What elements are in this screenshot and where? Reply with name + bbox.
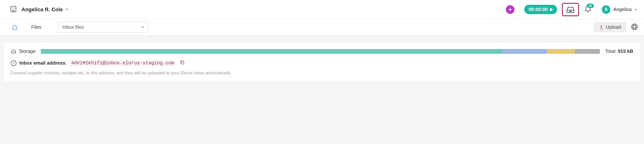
sub-bar: Files Inbox files Upload [0, 19, 644, 35]
folder-select-wrap: Inbox files [58, 22, 148, 33]
folder-select-value: Inbox files [62, 24, 84, 30]
svg-point-10 [570, 11, 571, 12]
storage-card: Storage Total: 915 kB ? Inbox email addr… [3, 43, 641, 82]
svg-point-11 [571, 11, 572, 12]
caret-down-icon [66, 9, 68, 10]
folder-select[interactable]: Inbox files [58, 22, 148, 33]
storage-heading: Storage [11, 49, 36, 54]
notifications-button[interactable]: 15 [584, 5, 592, 14]
inbox-email-value: 4dViMIKhifz@inbox.elorus-staging.com [70, 60, 176, 66]
subbar-actions: Upload [594, 22, 638, 32]
timer-button[interactable]: 00:00:00 [524, 5, 557, 14]
storage-nav-button[interactable] [562, 3, 579, 16]
total-value: 915 kB [618, 49, 634, 54]
caret-down-icon [634, 9, 637, 10]
storage-label-text: Storage [19, 49, 36, 54]
upload-label: Upload [606, 24, 621, 30]
home-crumb[interactable] [7, 19, 23, 35]
total-label: Total: [605, 49, 616, 54]
divider [597, 0, 597, 19]
user-menu[interactable]: A Angelica [602, 5, 637, 14]
svg-point-9 [570, 11, 570, 12]
storage-segment [41, 49, 502, 54]
storage-segment [547, 49, 575, 54]
inbox-email-row: ? Inbox email address: 4dViMIKhifz@inbox… [11, 60, 633, 66]
upload-button[interactable]: Upload [594, 22, 626, 32]
svg-point-12 [632, 24, 637, 30]
help-icon[interactable]: ? [11, 60, 16, 66]
user-name-label: Angelica [613, 7, 632, 12]
storage-segment [575, 49, 600, 54]
building-icon [10, 5, 17, 14]
storage-bar [41, 49, 600, 54]
storage-total: Total: 915 kB [605, 49, 633, 54]
apps-icon[interactable] [631, 23, 638, 32]
files-crumb[interactable]: Files [23, 19, 48, 35]
storage-segment [502, 49, 547, 54]
svg-point-13 [632, 25, 637, 28]
caret-down-icon [142, 27, 144, 28]
add-button[interactable] [506, 5, 514, 14]
storage-row: Storage Total: 915 kB [11, 49, 633, 54]
top-bar: Angelica R. Cole 00:00:00 15 A Angelica [0, 0, 644, 19]
svg-point-14 [633, 24, 636, 30]
breadcrumb: Files Inbox files [7, 19, 148, 35]
org-selector[interactable]: Angelica R. Cole [22, 7, 68, 13]
inbox-email-label: Inbox email address: [19, 60, 67, 66]
divider [519, 0, 520, 19]
org-name-label: Angelica R. Cole [22, 7, 63, 13]
svg-rect-16 [182, 62, 184, 64]
timer-value: 00:00:00 [528, 7, 548, 12]
svg-rect-0 [11, 6, 16, 12]
files-label: Files [31, 24, 41, 30]
inbox-hint: Forward supplier invoices, receipts etc.… [11, 71, 633, 76]
notification-badge: 15 [587, 4, 594, 8]
play-icon [550, 8, 553, 12]
topbar-right: 00:00:00 15 A Angelica [506, 0, 637, 19]
topbar-left: Angelica R. Cole [10, 5, 68, 14]
avatar: A [602, 5, 610, 14]
copy-icon[interactable] [180, 60, 185, 66]
svg-rect-7 [13, 11, 14, 12]
